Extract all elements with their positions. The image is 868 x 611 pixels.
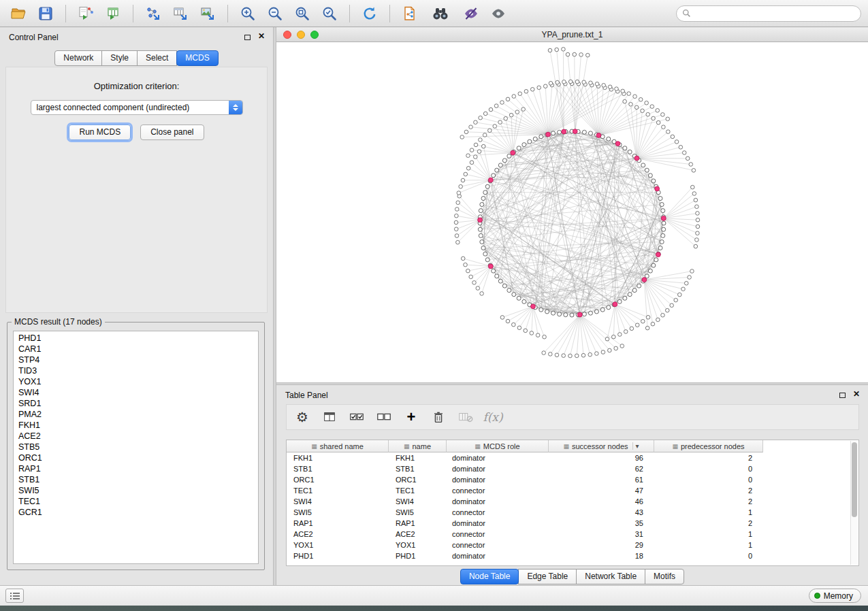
- table-settings-button[interactable]: ⚙: [292, 408, 312, 427]
- cell-predecessor-nodes: 0: [654, 474, 763, 485]
- close-panel-icon[interactable]: ✕: [258, 32, 265, 40]
- mcds-result-item[interactable]: ACE2: [18, 431, 258, 442]
- column-header-successor-nodes[interactable]: ▦successor nodes▾: [549, 440, 654, 452]
- table-row[interactable]: ORC1ORC1dominator610: [287, 474, 858, 485]
- mcds-result-item[interactable]: STB1: [18, 474, 258, 485]
- table-row[interactable]: ACE2ACE2connector311: [287, 529, 858, 540]
- search-icon: [682, 9, 691, 18]
- mcds-result-item[interactable]: SWI4: [18, 387, 258, 398]
- add-column-button[interactable]: +: [401, 408, 421, 427]
- main-toolbar: [0, 0, 868, 27]
- mcds-result-item[interactable]: PMA2: [18, 409, 258, 420]
- mcds-result-item[interactable]: GCR1: [18, 507, 258, 518]
- export-network-button[interactable]: [142, 3, 165, 24]
- cell-shared-name: RAP1: [287, 518, 389, 529]
- search-box[interactable]: [676, 5, 861, 22]
- column-header-MCDS-role[interactable]: ▦MCDS role: [447, 440, 549, 452]
- find-button[interactable]: [425, 3, 455, 24]
- table-row[interactable]: FKH1FKH1dominator962: [287, 452, 858, 463]
- tab-network-table[interactable]: Network Table: [576, 569, 645, 584]
- table-row[interactable]: SWI4SWI4dominator462: [287, 496, 858, 507]
- zoom-fit-button[interactable]: [291, 3, 314, 24]
- table-scrollbar[interactable]: [850, 441, 858, 565]
- tab-motifs[interactable]: Motifs: [645, 569, 684, 584]
- function-builder-button[interactable]: f(x): [483, 408, 503, 427]
- run-mcds-button[interactable]: Run MCDS: [69, 125, 131, 140]
- cell-mcds-role: dominator: [447, 463, 549, 474]
- column-header-name[interactable]: ▦name: [389, 440, 447, 452]
- cell-successor-nodes: 29: [549, 540, 654, 550]
- table-row[interactable]: YOX1YOX1connector291: [287, 540, 858, 550]
- memory-button[interactable]: Memory: [809, 589, 861, 603]
- mcds-result-item[interactable]: TEC1: [18, 496, 258, 507]
- cell-predecessor-nodes: 2: [654, 452, 763, 463]
- import-table-button[interactable]: [101, 3, 125, 24]
- network-window-titlebar[interactable]: YPA_prune.txt_1: [276, 27, 868, 42]
- mcds-result-item[interactable]: YOX1: [18, 376, 258, 387]
- criterion-dropdown[interactable]: largest connected component (undirected): [31, 100, 243, 115]
- table-row[interactable]: RAP1RAP1dominator352: [287, 518, 858, 529]
- export-table-button[interactable]: [169, 3, 192, 24]
- cell-successor-nodes: 43: [549, 507, 654, 518]
- cell-mcds-role: connector: [447, 485, 549, 496]
- table-toolbar: ⚙: [286, 404, 859, 430]
- column-visibility-button[interactable]: [319, 408, 340, 427]
- mcds-result-item[interactable]: SRD1: [18, 398, 258, 409]
- save-session-button[interactable]: [34, 3, 57, 24]
- import-table-disabled-button[interactable]: [455, 408, 476, 427]
- mcds-result-item[interactable]: STP4: [18, 354, 258, 365]
- cell-name: SWI4: [389, 496, 447, 507]
- export-image-button[interactable]: [196, 3, 219, 24]
- table-row[interactable]: SWI5SWI5connector431: [287, 507, 858, 518]
- hide-details-button[interactable]: [460, 3, 483, 24]
- tab-node-table[interactable]: Node Table: [460, 569, 519, 584]
- network-canvas[interactable]: [276, 42, 868, 382]
- select-all-button[interactable]: [347, 408, 367, 427]
- cell-mcds-role: connector: [447, 540, 549, 550]
- mcds-result-item[interactable]: SWI5: [18, 485, 258, 496]
- tab-network[interactable]: Network: [54, 50, 102, 66]
- cell-mcds-role: dominator: [447, 452, 549, 463]
- table-row[interactable]: STB1STB1dominator620: [287, 463, 858, 474]
- deselect-all-button[interactable]: [374, 408, 394, 427]
- zoom-in-button[interactable]: [236, 3, 259, 24]
- tab-select[interactable]: Select: [137, 50, 177, 66]
- refresh-layout-button[interactable]: [358, 3, 381, 24]
- show-details-button[interactable]: [487, 3, 510, 24]
- table-row[interactable]: PHD1PHD1dominator180: [287, 550, 858, 561]
- search-input[interactable]: [694, 9, 855, 18]
- zoom-out-button[interactable]: [263, 3, 287, 24]
- cell-filler: [763, 463, 858, 474]
- zoom-selected-button[interactable]: [318, 3, 341, 24]
- console-button[interactable]: [5, 589, 24, 603]
- share-document-button[interactable]: [398, 3, 421, 24]
- tab-style[interactable]: Style: [101, 50, 138, 66]
- close-panel-button[interactable]: Close panel: [140, 125, 204, 140]
- column-header-shared-name[interactable]: ▦shared name: [287, 440, 389, 452]
- cell-predecessor-nodes: 0: [654, 463, 763, 474]
- mcds-result-item[interactable]: TID3: [18, 365, 258, 376]
- cell-shared-name: ORC1: [287, 474, 389, 485]
- open-session-button[interactable]: [7, 3, 30, 24]
- delete-column-button[interactable]: [428, 408, 449, 427]
- cell-mcds-role: dominator: [447, 518, 549, 529]
- mcds-result-item[interactable]: PHD1: [18, 333, 258, 344]
- tab-edge-table[interactable]: Edge Table: [518, 569, 577, 584]
- float-panel-icon[interactable]: [244, 35, 251, 40]
- mcds-result-item[interactable]: ORC1: [18, 452, 258, 463]
- column-header-predecessor-nodes[interactable]: ▦predecessor nodes: [654, 440, 763, 452]
- mcds-result-list[interactable]: PHD1CAR1STP4TID3YOX1SWI4SRD1PMA2FKH1ACE2…: [13, 331, 259, 564]
- scrollbar-thumb[interactable]: [852, 442, 857, 517]
- tab-mcds[interactable]: MCDS: [176, 50, 218, 66]
- mcds-result-item[interactable]: CAR1: [18, 344, 258, 354]
- table-row[interactable]: TEC1TEC1connector472: [287, 485, 858, 496]
- import-network-button[interactable]: [74, 3, 97, 24]
- table-body: FKH1FKH1dominator962STB1STB1dominator620…: [287, 452, 858, 561]
- mcds-result-item[interactable]: STB5: [18, 442, 258, 452]
- cell-predecessor-nodes: 1: [654, 507, 763, 518]
- close-table-panel-icon[interactable]: ✕: [853, 390, 860, 398]
- mcds-result-item[interactable]: RAP1: [18, 463, 258, 474]
- zoom-in-icon: [240, 5, 256, 22]
- mcds-result-item[interactable]: FKH1: [18, 420, 258, 431]
- float-table-panel-icon[interactable]: [839, 393, 846, 398]
